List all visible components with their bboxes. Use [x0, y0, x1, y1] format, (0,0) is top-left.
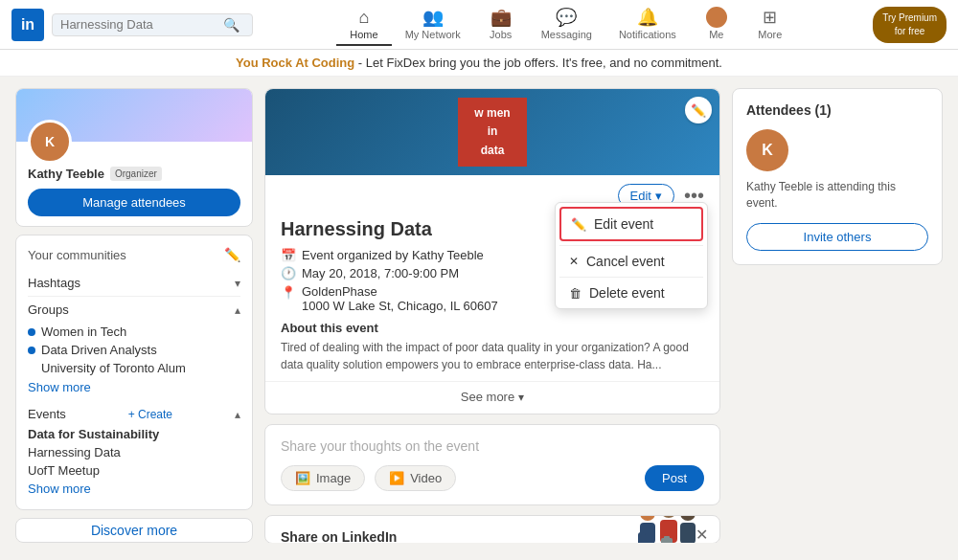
see-more-row[interactable]: See more ▾ [265, 381, 719, 414]
search-input[interactable] [60, 17, 223, 32]
see-more-text: See more [461, 390, 514, 404]
home-icon: ⌂ [359, 8, 370, 28]
event-item-sustainability[interactable]: Data for Sustainability [28, 425, 240, 443]
group-item-data-driven[interactable]: Data Driven Analysts [28, 341, 240, 359]
chevron-down-icon: ▾ [655, 189, 662, 203]
nav-items: ⌂ Home 👥 My Network 💼 Jobs 💬 Messaging 🔔… [268, 3, 865, 46]
event-item-harnessing[interactable]: Harnessing Data [28, 443, 240, 461]
profile-card: K Kathy Teeble Organizer Manage attendee… [15, 88, 253, 227]
nav-item-more[interactable]: ⊞ More [743, 3, 797, 46]
hashtags-section[interactable]: Hashtags ▾ [28, 270, 240, 297]
nav-item-network[interactable]: 👥 My Network [392, 3, 474, 46]
group-item-uoft[interactable]: University of Toronto Alum [28, 359, 240, 377]
edit-communities-icon[interactable]: ✏️ [224, 247, 240, 262]
manage-attendees-button[interactable]: Manage attendees [28, 189, 240, 216]
nav-item-me[interactable]: Me [690, 3, 743, 46]
dot-icon [28, 347, 35, 354]
attendee-description: Kathy Teeble is attending this event. [746, 179, 928, 212]
share-placeholder-text[interactable]: Share your thoughts on the event [281, 438, 704, 454]
me-avatar [706, 7, 727, 28]
event-header-banner: w menindata ✏️ [265, 89, 719, 175]
hashtags-label: Hashtags [28, 276, 80, 290]
image-icon: 🖼️ [295, 471, 310, 485]
calendar-icon: 📅 [281, 248, 296, 262]
share-thoughts-card: Share your thoughts on the event 🖼️ Imag… [264, 424, 720, 505]
post-button[interactable]: Post [645, 465, 704, 491]
event-logo: w menindata [458, 98, 527, 167]
cancel-event-label: Cancel event [586, 254, 665, 269]
search-icon: 🔍 [223, 17, 240, 33]
events-label: Events [28, 407, 66, 421]
dropdown-item-cancel[interactable]: ✕ Cancel event [556, 246, 707, 277]
left-sidebar: K Kathy Teeble Organizer Manage attendee… [15, 88, 253, 543]
groups-label: Groups [28, 302, 69, 317]
svg-point-5 [680, 515, 696, 521]
video-button[interactable]: ▶️ Video [375, 465, 456, 491]
discover-more-link[interactable]: Discover more [15, 518, 253, 543]
events-chevron-icon: ▴ [235, 408, 240, 421]
promo-text: - Let FixDex bring you the job offers. I… [354, 56, 722, 70]
svg-rect-2 [638, 532, 646, 543]
invite-others-button[interactable]: Invite others [746, 223, 928, 251]
about-title: About this event [281, 321, 704, 335]
nav-item-notifications[interactable]: 🔔 Notifications [605, 3, 690, 46]
show-more-groups[interactable]: Show more [28, 377, 240, 397]
search-bar: 🔍 [52, 13, 253, 36]
attendees-title: Attendees (1) [746, 102, 928, 118]
nav-item-jobs[interactable]: 💼 Jobs [474, 3, 528, 46]
svg-point-0 [640, 515, 655, 521]
edit-event-icon: ✏️ [571, 217, 586, 232]
nav-item-messaging[interactable]: 💬 Messaging [528, 3, 605, 46]
event-dropdown-menu: ✏️ Edit event ✕ Cancel event 🗑 Delete ev… [555, 202, 708, 309]
messaging-icon: 💬 [556, 7, 577, 28]
edit-event-label: Edit event [594, 216, 653, 232]
groups-chevron-icon: ▴ [235, 303, 240, 317]
profile-name: Kathy Teeble [28, 167, 104, 181]
clock-icon: 🕐 [281, 266, 296, 280]
promo-highlight[interactable]: You Rock At Coding [236, 56, 354, 70]
edit-pencil-button[interactable]: ✏️ [685, 97, 712, 123]
svg-rect-6 [680, 523, 696, 543]
group-name: Women in Tech [41, 325, 126, 339]
center-content: w menindata ✏️ Edit ▾ ••• ✏️ Edit event [264, 88, 720, 543]
profile-avatar: K [28, 120, 72, 164]
attendee-avatar: K [746, 129, 788, 171]
dot-icon [28, 328, 35, 336]
attendees-card: Attendees (1) K Kathy Teeble is attendin… [732, 88, 943, 265]
linkedin-logo[interactable]: in [11, 9, 44, 41]
groups-section-header[interactable]: Groups ▴ [28, 297, 240, 323]
event-item-uoft-meetup[interactable]: UofT Meetup [28, 461, 240, 480]
nav-item-home[interactable]: ⌂ Home [336, 4, 391, 46]
event-card: w menindata ✏️ Edit ▾ ••• ✏️ Edit event [264, 88, 720, 414]
show-more-events[interactable]: Show more [28, 480, 240, 498]
about-section: About this event Tired of dealing with t… [265, 321, 719, 373]
communities-label: Your communities [28, 248, 126, 262]
about-text: Tired of dealing with the impact of poor… [281, 339, 704, 373]
top-nav: in 🔍 ⌂ Home 👥 My Network 💼 Jobs 💬 Messag… [0, 0, 958, 50]
group-item-women-in-tech[interactable]: Women in Tech [28, 323, 240, 341]
group-name: University of Toronto Alum [28, 361, 186, 375]
group-name: Data Driven Analysts [41, 343, 157, 357]
svg-rect-8 [664, 536, 670, 540]
cancel-event-icon: ✕ [569, 255, 579, 268]
right-sidebar: Attendees (1) K Kathy Teeble is attendin… [732, 88, 943, 543]
hashtags-chevron-icon: ▾ [235, 277, 240, 290]
notifications-icon: 🔔 [637, 7, 658, 28]
network-icon: 👥 [422, 7, 444, 28]
video-icon: ▶️ [389, 471, 404, 485]
see-more-chevron-icon: ▾ [518, 391, 524, 404]
delete-event-label: Delete event [589, 285, 665, 301]
svg-point-3 [660, 515, 677, 518]
edit-label: Edit [630, 189, 651, 203]
communities-card: Your communities ✏️ Hashtags ▾ Groups ▴ … [15, 235, 253, 510]
dropdown-item-delete[interactable]: 🗑 Delete event [556, 278, 707, 308]
dropdown-item-edit[interactable]: ✏️ Edit event [559, 207, 703, 241]
try-premium-button[interactable]: Try Premium for free [873, 7, 947, 43]
linkedin-share-card: ✕ Share on LinkedIn Let your network kno… [264, 515, 720, 543]
delete-event-icon: 🗑 [569, 286, 582, 301]
promo-banner: You Rock At Coding - Let FixDex bring yo… [0, 50, 958, 77]
create-event-link[interactable]: + Create [128, 408, 172, 421]
share-illustration [621, 516, 712, 543]
image-button[interactable]: 🖼️ Image [281, 465, 365, 491]
more-icon: ⊞ [763, 7, 777, 28]
